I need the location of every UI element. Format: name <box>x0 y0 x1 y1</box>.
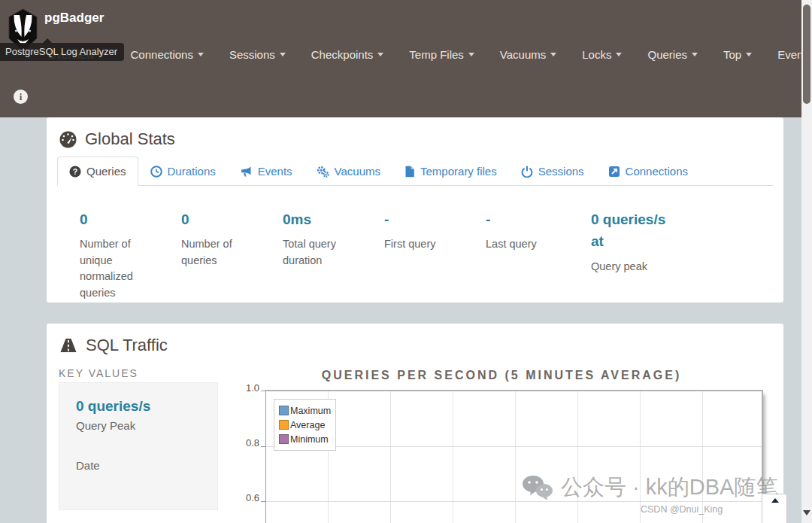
maximum-swatch-icon <box>279 406 289 415</box>
stat-number-of-queries: 0 Number of queries <box>181 208 283 301</box>
menu-vacuums[interactable]: Vacuums <box>500 48 556 61</box>
queries-stats-grid: 0 Number of unique normalized queries 0 … <box>47 186 783 309</box>
gridline <box>640 391 641 523</box>
menu-top[interactable]: Top <box>723 48 752 61</box>
caret-up-icon <box>771 498 779 503</box>
key-values-box: 0 queries/s Query Peak Date <box>59 382 218 510</box>
chevron-down-icon <box>692 53 698 56</box>
menu-queries[interactable]: Queries <box>647 48 698 61</box>
menu-sessions[interactable]: Sessions <box>229 48 286 61</box>
page-scrollbar[interactable] <box>801 0 812 523</box>
gridline <box>266 446 762 447</box>
legend-item-minimum: Minimum <box>279 432 331 446</box>
tachometer-icon <box>59 130 77 149</box>
chevron-down-icon <box>280 53 286 56</box>
gridline <box>266 501 762 502</box>
ytick-0.6: 0.6 <box>235 492 259 503</box>
menu-locks[interactable]: Locks <box>582 48 622 61</box>
main-menu: Overview Connections Sessions Checkpoint… <box>47 48 786 61</box>
question-circle-icon: ? <box>69 166 81 178</box>
global-stats-tabs: ? Queries Durations Events <box>57 157 773 186</box>
bullhorn-icon <box>240 166 253 178</box>
menu-temp-files[interactable]: Temp Files <box>409 48 474 61</box>
sql-traffic-panel: SQL Traffic KEY VALUES 0 queries/s Query… <box>47 324 783 523</box>
chevron-down-icon <box>616 53 622 56</box>
y-axis-tick <box>261 501 266 502</box>
gridline <box>577 391 578 523</box>
gridline <box>390 391 391 523</box>
svg-text:?: ? <box>73 166 77 175</box>
info-icon[interactable]: i <box>14 90 28 104</box>
power-icon <box>521 166 533 178</box>
stat-unique-queries: 0 Number of unique normalized queries <box>80 208 181 301</box>
gridline <box>702 391 703 523</box>
global-stats-panel: Global Stats ? Queries Durations Events <box>47 117 783 303</box>
ytick-0.8: 0.8 <box>235 437 259 449</box>
road-icon <box>59 337 78 354</box>
menu-connections[interactable]: Connections <box>131 48 204 61</box>
tab-queries[interactable]: ? Queries <box>57 157 138 186</box>
stat-query-peak: 0 queries/s at Query peak <box>591 208 768 301</box>
global-stats-title: Global Stats <box>85 129 175 149</box>
tab-temporary-files[interactable]: Temporary files <box>392 157 509 186</box>
clock-icon <box>150 166 162 178</box>
queries-per-second-chart[interactable]: Maximum Average Minimum <box>265 390 763 523</box>
chart-title: QUERIES PER SECOND (5 MINUTES AVERAGE) <box>238 369 765 382</box>
average-swatch-icon <box>279 420 289 430</box>
scroll-to-top-button[interactable] <box>762 494 787 523</box>
y-axis-tick <box>261 391 266 391</box>
y-axis-tick <box>261 446 266 447</box>
chevron-down-icon <box>550 53 556 56</box>
tab-durations[interactable]: Durations <box>138 157 228 186</box>
file-icon <box>404 166 415 178</box>
chart-legend: Maximum Average Minimum <box>274 399 336 451</box>
stat-first-query: - First query <box>384 208 486 301</box>
tab-events[interactable]: Events <box>228 157 304 186</box>
chevron-down-icon <box>198 53 204 56</box>
ytick-1.0: 1.0 <box>235 382 259 394</box>
external-link-icon <box>608 166 620 178</box>
query-peak-label: Query Peak <box>76 419 201 432</box>
query-peak-value: 0 queries/s <box>76 398 201 415</box>
gridline <box>515 391 516 523</box>
chevron-down-icon <box>746 53 752 56</box>
sql-traffic-header: SQL Traffic <box>47 324 783 360</box>
gears-icon <box>317 166 329 178</box>
chevron-down-icon <box>468 53 474 56</box>
logo-tooltip: PostgreSQL Log Analyzer <box>0 43 124 61</box>
legend-item-average: Average <box>279 418 331 432</box>
tab-connections[interactable]: Connections <box>596 157 700 186</box>
scrollbar-down-arrow-icon[interactable] <box>803 510 810 515</box>
sql-traffic-title: SQL Traffic <box>86 336 168 355</box>
stat-total-duration: 0ms Total query duration <box>283 208 384 301</box>
global-stats-header: Global Stats <box>47 117 783 154</box>
date-label: Date <box>76 459 201 472</box>
scrollbar-thumb[interactable] <box>803 5 810 104</box>
legend-item-maximum: Maximum <box>279 403 331 418</box>
menu-checkpoints[interactable]: Checkpoints <box>311 48 384 61</box>
chevron-down-icon <box>377 53 383 56</box>
stat-last-query: - Last query <box>486 208 591 301</box>
tab-vacuums[interactable]: Vacuums <box>304 157 392 186</box>
app-title: pgBadger <box>44 11 104 26</box>
tab-sessions[interactable]: Sessions <box>509 157 596 186</box>
top-navbar: pgBadger Overview Connections Sessions C… <box>0 0 801 117</box>
gridline <box>453 391 453 523</box>
minimum-swatch-icon <box>279 434 289 444</box>
